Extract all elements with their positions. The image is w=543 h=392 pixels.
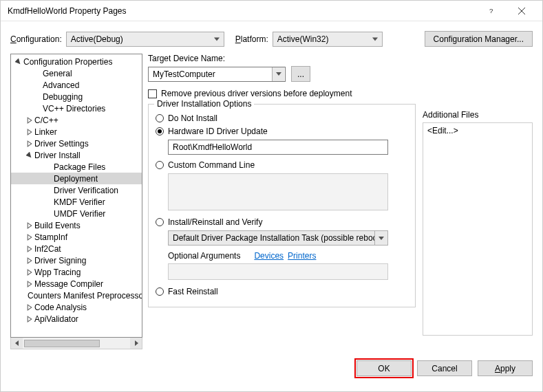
tree-node-stampinf[interactable]: StampInf [11, 231, 142, 243]
footer: OK Cancel Apply [1, 349, 542, 376]
tree-expander[interactable] [26, 304, 33, 311]
configuration-label: CConfiguration:onfiguration: [10, 34, 62, 44]
install-task-combobox[interactable]: Default Driver Package Installation Task… [168, 230, 388, 246]
svg-marker-17 [15, 340, 19, 346]
tree-node-label: Deployment [45, 174, 98, 184]
tree-node-configuration-properties[interactable]: Configuration Properties [11, 56, 142, 67]
tree-node-driver-settings[interactable]: Driver Settings [11, 138, 142, 149]
additional-files-box[interactable]: <Edit...> [423, 122, 533, 336]
config-tree[interactable]: Configuration PropertiesGeneralAdvancedD… [10, 54, 142, 338]
radio-do-not-install[interactable] [156, 114, 164, 122]
tree-node-advanced[interactable]: Advanced [11, 79, 142, 91]
tree-node-vc-directories[interactable]: VC++ Directories [11, 102, 142, 114]
tree-expander[interactable] [26, 117, 33, 124]
tree-expander[interactable] [26, 257, 33, 264]
tree-node-label: Driver Install [34, 151, 81, 160]
tree-expander[interactable] [26, 269, 33, 276]
tree-node-debugging[interactable]: Debugging [11, 91, 142, 102]
tree-node-label: Build Events [34, 221, 81, 230]
tree-node-label: Message Compiler [34, 279, 103, 289]
svg-marker-15 [28, 305, 32, 310]
tree-node-wpp-tracing[interactable]: Wpp Tracing [11, 266, 142, 278]
tree-expander[interactable] [26, 152, 33, 159]
tree-node-kmdf-verifier[interactable]: KMDF Verifier [11, 196, 142, 208]
radio-fast-reinstall[interactable] [156, 287, 164, 296]
tree-node-message-compiler[interactable]: Message Compiler [11, 278, 142, 290]
tree-node-umdf-verifier[interactable]: UMDF Verifier [11, 208, 142, 219]
label-install-verify: Install/Reinstall and Verify [168, 217, 262, 227]
label-do-not-install: Do Not Install [168, 113, 217, 123]
tree-node-apivalidator[interactable]: ApiValidator [11, 313, 142, 325]
tree-expander[interactable] [26, 281, 33, 287]
tree-node-counters-manifest-preprocessor[interactable]: Counters Manifest Preprocessor [11, 290, 142, 301]
svg-marker-5 [28, 129, 32, 135]
tree-expander[interactable] [26, 222, 33, 229]
tree-node-driver-install[interactable]: Driver Install [11, 149, 142, 161]
tree-expander[interactable] [26, 140, 33, 147]
tree-node-linker[interactable]: Linker [11, 126, 142, 138]
ok-button[interactable]: OK [356, 360, 412, 376]
radio-install-verify[interactable] [156, 218, 164, 226]
tree-node-deployment[interactable]: Deployment [11, 173, 142, 184]
help-icon[interactable]: ? [476, 1, 507, 21]
radio-hwid-update[interactable] [156, 127, 164, 135]
tree-node-label: General [34, 69, 72, 78]
tree-node-general[interactable]: General [11, 67, 142, 79]
custom-cmd-textarea[interactable] [168, 173, 388, 210]
hwid-input[interactable]: Root\KmdfHelloWorld [168, 140, 388, 155]
scroll-thumb[interactable] [24, 340, 100, 347]
tree-node-label: VC++ Directories [34, 104, 105, 113]
target-device-combobox[interactable]: MyTestComputer [148, 67, 286, 82]
tree-node-c-c-[interactable]: C/C++ [11, 114, 142, 126]
scroll-left-icon[interactable] [11, 338, 23, 349]
optional-args-label: Optional Arguments [168, 251, 240, 261]
platform-value: Active(Win32) [277, 34, 329, 44]
close-icon[interactable] [507, 1, 537, 21]
tree-node-label: Code Analysis [34, 303, 87, 312]
svg-marker-4 [28, 118, 32, 123]
tree-node-package-files[interactable]: Package Files [11, 161, 142, 173]
remove-previous-checkbox[interactable] [148, 89, 157, 98]
tree-node-build-events[interactable]: Build Events [11, 219, 142, 231]
additional-files-label: Additional Files [423, 110, 533, 120]
group-title: Driver Installation Options [154, 99, 254, 109]
tree-expander[interactable] [26, 129, 33, 135]
configuration-manager-button[interactable]: Configuration Manager... [425, 31, 533, 47]
tree-expander[interactable] [26, 246, 33, 252]
svg-text:?: ? [489, 7, 493, 14]
configuration-value: Active(Debug) [71, 34, 123, 44]
tree-node-driver-verification[interactable]: Driver Verification [11, 184, 142, 196]
tree-node-inf2cat[interactable]: Inf2Cat [11, 243, 142, 254]
printers-link[interactable]: Printers [288, 251, 316, 261]
tree-node-label: Driver Settings [34, 139, 89, 149]
label-fast-reinstall: Fast Reinstall [168, 287, 218, 296]
svg-marker-6 [28, 141, 32, 146]
devices-link[interactable]: Devices [254, 251, 284, 261]
svg-marker-3 [15, 58, 22, 65]
config-row: CConfiguration:onfiguration: Active(Debu… [1, 21, 542, 54]
apply-button[interactable]: Apply [478, 360, 533, 376]
scroll-right-icon[interactable] [130, 338, 142, 349]
svg-marker-8 [28, 223, 32, 228]
tree-node-code-analysis[interactable]: Code Analysis [11, 301, 142, 313]
tree-hscrollbar[interactable] [10, 338, 142, 349]
svg-marker-12 [28, 270, 32, 275]
browse-button[interactable]: ... [291, 66, 310, 82]
cancel-button[interactable]: Cancel [417, 360, 472, 376]
tree-expander[interactable] [26, 234, 33, 241]
tree-node-label: C/C++ [34, 116, 58, 125]
tree-expander[interactable] [15, 58, 22, 65]
optional-args-input[interactable] [168, 263, 388, 280]
chevron-down-icon [272, 67, 284, 81]
tree-node-driver-signing[interactable]: Driver Signing [11, 254, 142, 266]
svg-marker-11 [28, 258, 32, 263]
tree-expander[interactable] [26, 316, 33, 323]
titlebar: KmdfHelloWorld Property Pages ? [1, 1, 542, 21]
svg-marker-13 [28, 281, 32, 287]
tree-node-label: Driver Verification [45, 186, 118, 195]
additional-files-value: <Edit...> [427, 126, 458, 135]
platform-dropdown[interactable]: Active(Win32) [273, 32, 383, 47]
radio-custom-cmd[interactable] [156, 161, 164, 169]
tree-node-label: ApiValidator [34, 314, 78, 324]
configuration-dropdown[interactable]: Active(Debug) [66, 32, 224, 47]
